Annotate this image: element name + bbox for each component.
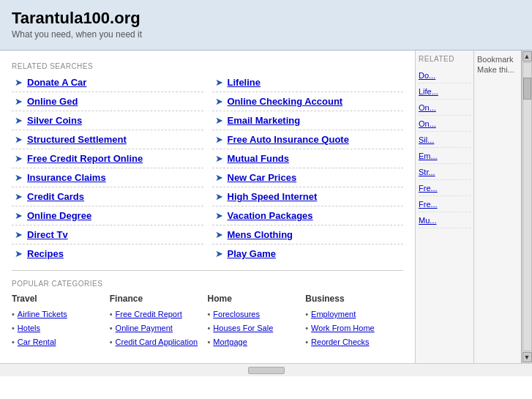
- link-item-left-0: ➤Donate A Car: [12, 73, 203, 92]
- link-item-right-4: ➤Mutual Funds: [212, 149, 404, 168]
- link-right-9[interactable]: Play Game: [228, 248, 277, 259]
- link-right-7[interactable]: Vacation Packages: [228, 210, 313, 221]
- scroll-up-button[interactable]: ▲: [522, 51, 532, 61]
- link-left-9[interactable]: Recipes: [27, 248, 64, 259]
- link-right-2[interactable]: Email Marketing: [228, 115, 301, 126]
- sidebar-link-8[interactable]: Fre...: [419, 200, 438, 209]
- sidebar-link-item-6: Str...: [419, 164, 471, 180]
- link-item-right-1: ➤Online Checking Account: [212, 92, 404, 111]
- site-subtitle: What you need, when you need it: [12, 29, 520, 40]
- sidebar-link-2[interactable]: On...: [419, 103, 436, 112]
- link-right-3[interactable]: Free Auto Insurance Quote: [228, 134, 349, 145]
- link-item-right-5: ➤New Car Prices: [212, 168, 404, 187]
- link-right-4[interactable]: Mutual Funds: [228, 153, 290, 164]
- cat-link-2-0[interactable]: Foreclosures: [213, 310, 260, 318]
- cat-link-0-2[interactable]: Car Rental: [18, 338, 56, 346]
- link-right-8[interactable]: Mens Clothing: [228, 229, 293, 240]
- category-col-3: BusinessEmploymentWork From HomeReorder …: [305, 294, 403, 348]
- link-right-1[interactable]: Online Checking Account: [228, 96, 343, 107]
- site-title: Tarantula100.org: [12, 9, 520, 28]
- link-item-right-3: ➤Free Auto Insurance Quote: [212, 130, 404, 149]
- link-left-7[interactable]: Online Degree: [27, 210, 91, 221]
- cat-link-item-2-1: Houses For Sale: [208, 321, 306, 335]
- right-sidebar: RELATED Do...Life...On...On...Sil...Em..…: [415, 51, 473, 363]
- scroll-thumb[interactable]: [523, 78, 531, 100]
- sidebar-link-6[interactable]: Str...: [419, 168, 435, 176]
- link-left-0[interactable]: Donate A Car: [27, 77, 86, 88]
- arrow-icon: ➤: [15, 96, 23, 107]
- link-left-1[interactable]: Online Ged: [27, 96, 78, 107]
- link-right-6[interactable]: High Speed Internet: [228, 191, 318, 202]
- sidebar-link-item-0: Do...: [419, 67, 471, 83]
- cat-link-3-1[interactable]: Work From Home: [311, 324, 375, 332]
- arrow-icon: ➤: [15, 172, 23, 183]
- sidebar-link-9[interactable]: Mu...: [419, 216, 436, 225]
- cat-link-item-0-2: Car Rental: [12, 335, 110, 348]
- link-item-right-2: ➤Email Marketing: [212, 111, 404, 130]
- cat-link-item-2-2: Mortgage: [208, 335, 306, 348]
- sidebar-link-item-7: Fre...: [419, 180, 471, 196]
- arrow-icon: ➤: [215, 153, 223, 164]
- cat-link-3-0[interactable]: Employment: [311, 310, 356, 318]
- sidebar-link-item-9: Mu...: [419, 212, 471, 228]
- arrow-icon: ➤: [215, 134, 223, 145]
- category-col-1: FinanceFree Credit ReportOnline PaymentC…: [110, 294, 208, 348]
- scroll-down-button[interactable]: ▼: [522, 352, 532, 362]
- sidebar-link-item-1: Life...: [419, 83, 471, 100]
- link-item-left-8: ➤Direct Tv: [12, 225, 203, 245]
- cat-link-item-1-2: Credit Card Application: [110, 335, 208, 348]
- cat-link-2-1[interactable]: Houses For Sale: [213, 324, 273, 332]
- arrow-icon: ➤: [15, 229, 23, 240]
- sidebar-link-0[interactable]: Do...: [419, 71, 435, 80]
- arrow-icon: ➤: [15, 248, 23, 259]
- link-right-5[interactable]: New Car Prices: [228, 172, 297, 183]
- cat-link-item-3-1: Work From Home: [305, 321, 403, 335]
- cat-link-item-2-0: Foreclosures: [208, 307, 306, 321]
- link-left-5[interactable]: Insurance Claims: [27, 172, 106, 183]
- sidebar-link-item-2: On...: [419, 100, 471, 116]
- section-divider: [12, 270, 403, 271]
- sidebar-link-4[interactable]: Sil...: [419, 135, 434, 144]
- sidebar-link-1[interactable]: Life...: [419, 87, 438, 96]
- arrow-icon: ➤: [15, 210, 23, 221]
- bookmark-text: Bookmark: [477, 55, 518, 64]
- links-grid: ➤Donate A Car➤Online Ged➤Silver Coins➤St…: [0, 73, 415, 263]
- cat-link-0-0[interactable]: Airline Tickets: [18, 310, 67, 318]
- category-title-2: Home: [208, 294, 306, 304]
- arrow-icon: ➤: [15, 134, 23, 145]
- links-col-left: ➤Donate A Car➤Online Ged➤Silver Coins➤St…: [7, 73, 208, 263]
- category-title-1: Finance: [110, 294, 208, 304]
- arrow-icon: ➤: [15, 191, 23, 202]
- link-item-left-3: ➤Structured Settlement: [12, 130, 203, 149]
- cat-link-1-1[interactable]: Online Payment: [116, 324, 173, 332]
- cat-link-1-0[interactable]: Free Credit Report: [116, 310, 182, 318]
- sidebar-link-item-4: Sil...: [419, 132, 471, 148]
- arrow-icon: ➤: [215, 172, 223, 183]
- link-item-right-6: ➤High Speed Internet: [212, 187, 404, 206]
- link-left-3[interactable]: Structured Settlement: [27, 134, 127, 145]
- link-item-left-6: ➤Credit Cards: [12, 187, 203, 206]
- link-left-8[interactable]: Direct Tv: [27, 229, 68, 240]
- category-list-1: Free Credit ReportOnline PaymentCredit C…: [110, 307, 208, 348]
- link-left-4[interactable]: Free Credit Report Online: [27, 153, 143, 164]
- cat-link-2-2[interactable]: Mortgage: [213, 338, 247, 346]
- link-left-2[interactable]: Silver Coins: [27, 115, 82, 126]
- scroll-track[interactable]: [522, 62, 532, 351]
- cat-link-0-1[interactable]: Hotels: [18, 324, 40, 332]
- sidebar-link-3[interactable]: On...: [419, 119, 436, 128]
- cat-link-item-3-0: Employment: [305, 307, 403, 321]
- link-left-6[interactable]: Credit Cards: [27, 191, 84, 202]
- link-right-0[interactable]: Lifeline: [228, 77, 261, 88]
- page-header: Tarantula100.org What you need, when you…: [0, 0, 532, 51]
- sidebar-link-7[interactable]: Fre...: [419, 184, 438, 193]
- arrow-icon: ➤: [215, 115, 223, 126]
- arrow-icon: ➤: [15, 115, 23, 126]
- arrow-icon: ➤: [215, 210, 223, 221]
- sidebar-links-container: Do...Life...On...On...Sil...Em...Str...F…: [419, 67, 471, 228]
- scrollbar[interactable]: ▲ ▼: [521, 51, 532, 363]
- horizontal-scroll[interactable]: [248, 367, 285, 374]
- sidebar-link-5[interactable]: Em...: [419, 152, 438, 160]
- category-list-2: ForeclosuresHouses For SaleMortgage: [208, 307, 306, 348]
- cat-link-3-2[interactable]: Reorder Checks: [311, 338, 369, 346]
- cat-link-1-2[interactable]: Credit Card Application: [116, 338, 198, 346]
